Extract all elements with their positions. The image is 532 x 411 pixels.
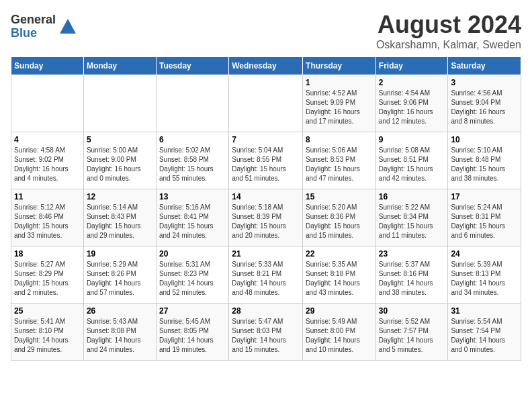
calendar-cell: 21Sunrise: 5:33 AM Sunset: 8:21 PM Dayli… — [229, 246, 303, 304]
day-number: 23 — [379, 249, 445, 259]
day-info: Sunrise: 5:47 AM Sunset: 8:03 PM Dayligh… — [232, 317, 300, 355]
day-info: Sunrise: 4:56 AM Sunset: 9:04 PM Dayligh… — [451, 89, 518, 126]
calendar-cell: 16Sunrise: 5:22 AM Sunset: 8:34 PM Dayli… — [375, 189, 448, 246]
day-number: 13 — [159, 192, 226, 201]
day-number: 29 — [306, 306, 373, 316]
day-of-week-header: Thursday — [303, 57, 376, 75]
calendar-cell: 28Sunrise: 5:47 AM Sunset: 8:03 PM Dayli… — [229, 304, 303, 361]
day-of-week-header: Sunday — [11, 57, 84, 75]
day-number: 8 — [306, 135, 373, 144]
calendar-cell: 19Sunrise: 5:29 AM Sunset: 8:26 PM Dayli… — [83, 246, 156, 304]
day-info: Sunrise: 5:41 AM Sunset: 8:10 PM Dayligh… — [14, 317, 81, 355]
calendar-cell — [11, 75, 84, 132]
day-number: 4 — [14, 135, 81, 144]
day-info: Sunrise: 5:18 AM Sunset: 8:39 PM Dayligh… — [232, 203, 300, 240]
day-info: Sunrise: 5:45 AM Sunset: 8:05 PM Dayligh… — [159, 317, 226, 355]
day-info: Sunrise: 5:31 AM Sunset: 8:23 PM Dayligh… — [159, 260, 226, 298]
svg-marker-0 — [60, 19, 76, 34]
calendar-week-row: 25Sunrise: 5:41 AM Sunset: 8:10 PM Dayli… — [11, 304, 521, 361]
calendar-cell: 23Sunrise: 5:37 AM Sunset: 8:16 PM Dayli… — [375, 246, 448, 304]
day-of-week-header: Tuesday — [156, 57, 228, 75]
calendar-cell: 12Sunrise: 5:14 AM Sunset: 8:43 PM Dayli… — [83, 189, 156, 246]
day-info: Sunrise: 5:27 AM Sunset: 8:29 PM Dayligh… — [14, 260, 81, 298]
calendar-cell: 17Sunrise: 5:24 AM Sunset: 8:31 PM Dayli… — [448, 189, 521, 246]
logo-general: General — [11, 13, 56, 27]
calendar-cell: 14Sunrise: 5:18 AM Sunset: 8:39 PM Dayli… — [229, 189, 303, 246]
calendar-cell: 15Sunrise: 5:20 AM Sunset: 8:36 PM Dayli… — [303, 189, 376, 246]
calendar-cell: 22Sunrise: 5:35 AM Sunset: 8:18 PM Dayli… — [303, 246, 376, 304]
days-header-row: SundayMondayTuesdayWednesdayThursdayFrid… — [11, 57, 521, 75]
calendar-week-row: 11Sunrise: 5:12 AM Sunset: 8:46 PM Dayli… — [11, 189, 521, 246]
calendar-cell: 18Sunrise: 5:27 AM Sunset: 8:29 PM Dayli… — [11, 246, 84, 304]
calendar-cell: 20Sunrise: 5:31 AM Sunset: 8:23 PM Dayli… — [156, 246, 228, 304]
day-info: Sunrise: 5:35 AM Sunset: 8:18 PM Dayligh… — [306, 260, 373, 298]
day-info: Sunrise: 5:20 AM Sunset: 8:36 PM Dayligh… — [306, 203, 373, 240]
calendar-week-row: 4Sunrise: 4:58 AM Sunset: 9:02 PM Daylig… — [11, 132, 521, 189]
calendar-cell: 6Sunrise: 5:02 AM Sunset: 8:58 PM Daylig… — [156, 132, 228, 189]
day-number: 21 — [232, 249, 300, 259]
day-number: 30 — [379, 306, 445, 316]
day-number: 17 — [451, 192, 518, 201]
calendar-cell: 8Sunrise: 5:06 AM Sunset: 8:53 PM Daylig… — [303, 132, 376, 189]
calendar-cell: 13Sunrise: 5:16 AM Sunset: 8:41 PM Dayli… — [156, 189, 228, 246]
day-of-week-header: Monday — [83, 57, 156, 75]
day-info: Sunrise: 5:22 AM Sunset: 8:34 PM Dayligh… — [379, 203, 445, 240]
day-info: Sunrise: 4:52 AM Sunset: 9:09 PM Dayligh… — [306, 89, 373, 126]
day-info: Sunrise: 5:10 AM Sunset: 8:48 PM Dayligh… — [451, 146, 518, 183]
day-number: 22 — [306, 249, 373, 259]
day-info: Sunrise: 5:02 AM Sunset: 8:58 PM Dayligh… — [159, 146, 226, 183]
day-number: 14 — [232, 192, 300, 201]
day-number: 19 — [87, 249, 153, 259]
calendar-cell — [83, 75, 156, 132]
day-number: 10 — [451, 135, 518, 144]
month-year-title: August 2024 — [376, 11, 521, 39]
day-number: 11 — [14, 192, 81, 201]
calendar-cell: 2Sunrise: 4:54 AM Sunset: 9:06 PM Daylig… — [375, 75, 448, 132]
day-info: Sunrise: 5:43 AM Sunset: 8:08 PM Dayligh… — [87, 317, 153, 355]
calendar-week-row: 1Sunrise: 4:52 AM Sunset: 9:09 PM Daylig… — [11, 75, 521, 132]
day-info: Sunrise: 5:24 AM Sunset: 8:31 PM Dayligh… — [451, 203, 518, 240]
day-info: Sunrise: 5:39 AM Sunset: 8:13 PM Dayligh… — [451, 260, 518, 298]
day-info: Sunrise: 4:58 AM Sunset: 9:02 PM Dayligh… — [14, 146, 81, 183]
calendar-table: SundayMondayTuesdayWednesdayThursdayFrid… — [11, 56, 521, 361]
day-number: 16 — [379, 192, 445, 201]
logo-blue: Blue — [11, 27, 56, 40]
calendar-cell: 26Sunrise: 5:43 AM Sunset: 8:08 PM Dayli… — [83, 304, 156, 361]
calendar-cell: 10Sunrise: 5:10 AM Sunset: 8:48 PM Dayli… — [448, 132, 521, 189]
day-number: 20 — [159, 249, 226, 259]
day-number: 15 — [306, 192, 373, 201]
day-info: Sunrise: 5:04 AM Sunset: 8:55 PM Dayligh… — [232, 146, 300, 183]
day-info: Sunrise: 5:14 AM Sunset: 8:43 PM Dayligh… — [87, 203, 153, 240]
calendar-cell: 3Sunrise: 4:56 AM Sunset: 9:04 PM Daylig… — [448, 75, 521, 132]
location-title: Oskarshamn, Kalmar, Sweden — [376, 39, 521, 51]
calendar-cell: 25Sunrise: 5:41 AM Sunset: 8:10 PM Dayli… — [11, 304, 84, 361]
day-number: 3 — [451, 78, 518, 87]
day-info: Sunrise: 5:54 AM Sunset: 7:54 PM Dayligh… — [451, 317, 518, 355]
day-info: Sunrise: 5:08 AM Sunset: 8:51 PM Dayligh… — [379, 146, 445, 183]
day-info: Sunrise: 5:06 AM Sunset: 8:53 PM Dayligh… — [306, 146, 373, 183]
day-number: 5 — [87, 135, 153, 144]
day-number: 9 — [379, 135, 445, 144]
day-number: 7 — [232, 135, 300, 144]
day-info: Sunrise: 5:37 AM Sunset: 8:16 PM Dayligh… — [379, 260, 445, 298]
day-info: Sunrise: 5:52 AM Sunset: 7:57 PM Dayligh… — [379, 317, 445, 355]
logo-icon — [58, 17, 77, 36]
day-number: 2 — [379, 78, 445, 87]
calendar-cell: 30Sunrise: 5:52 AM Sunset: 7:57 PM Dayli… — [375, 304, 448, 361]
day-of-week-header: Friday — [375, 57, 448, 75]
calendar-cell — [156, 75, 228, 132]
day-number: 24 — [451, 249, 518, 259]
title-area: August 2024 Oskarshamn, Kalmar, Sweden — [376, 11, 521, 51]
day-info: Sunrise: 5:33 AM Sunset: 8:21 PM Dayligh… — [232, 260, 300, 298]
calendar-cell — [229, 75, 303, 132]
day-number: 18 — [14, 249, 81, 259]
day-number: 12 — [87, 192, 153, 201]
calendar-cell: 7Sunrise: 5:04 AM Sunset: 8:55 PM Daylig… — [229, 132, 303, 189]
calendar-cell: 4Sunrise: 4:58 AM Sunset: 9:02 PM Daylig… — [11, 132, 84, 189]
calendar-cell: 27Sunrise: 5:45 AM Sunset: 8:05 PM Dayli… — [156, 304, 228, 361]
calendar-week-row: 18Sunrise: 5:27 AM Sunset: 8:29 PM Dayli… — [11, 246, 521, 304]
day-number: 25 — [14, 306, 81, 316]
day-info: Sunrise: 5:29 AM Sunset: 8:26 PM Dayligh… — [87, 260, 153, 298]
calendar-cell: 31Sunrise: 5:54 AM Sunset: 7:54 PM Dayli… — [448, 304, 521, 361]
calendar-cell: 29Sunrise: 5:49 AM Sunset: 8:00 PM Dayli… — [303, 304, 376, 361]
